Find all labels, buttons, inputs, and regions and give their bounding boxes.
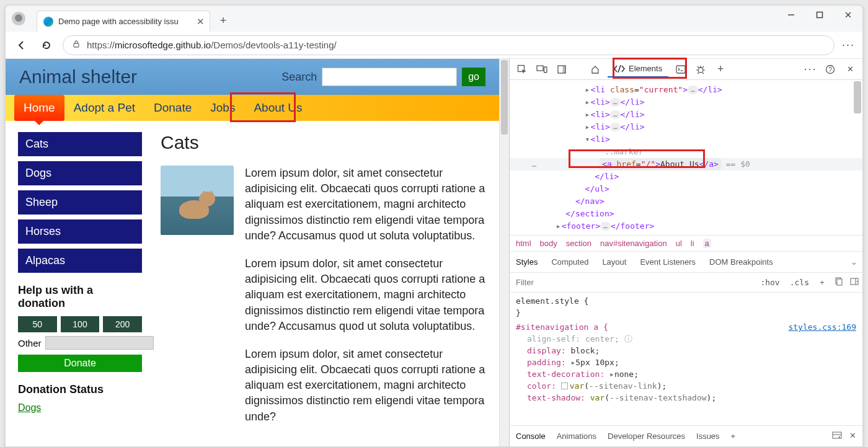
sidebar-item-cats[interactable]: Cats [18,132,142,156]
new-style-rule-icon[interactable]: + [814,278,830,287]
close-window-button[interactable] [834,6,862,24]
svg-rect-10 [676,66,685,73]
donation-heading: Help us with a donation [18,284,142,310]
drawer-expand-icon[interactable] [832,431,842,441]
drawer-animations[interactable]: Animations [557,432,596,441]
new-tab-button[interactable]: + [214,11,232,30]
cat-photo [161,166,234,235]
page-scrollbar[interactable] [499,59,509,446]
subtab-styles[interactable]: Styles [515,254,539,270]
donate-button[interactable]: Donate [18,355,142,372]
copy-icon[interactable] [830,277,846,288]
devtools-more-icon[interactable]: ··· [803,62,818,77]
address-bar: https://microsoftedge.github.io/Demos/de… [6,32,862,59]
browser-window: Demo page with accessibility issu ✕ + ht… [5,5,863,447]
other-label: Other [18,338,42,348]
elements-tab[interactable]: Elements [608,61,668,77]
profile-avatar[interactable] [12,12,25,25]
subtab-dom[interactable]: DOM Breakpoints [708,254,774,270]
dom-scrollbar[interactable] [854,81,861,234]
nav-adopt[interactable]: Adopt a Pet [64,95,144,121]
subtab-layout[interactable]: Layout [601,254,627,270]
paragraph-1: Lorem ipsum dolor, sit amet consectetur … [245,166,487,244]
main-nav: Home Adopt a Pet Donate Jobs About Us [6,95,499,121]
site-title: Animal shelter [19,66,137,87]
article-heading: Cats [161,132,487,153]
tab-title: Demo page with accessibility issu [58,17,192,26]
hov-toggle[interactable]: :hov [755,278,784,287]
chevron-down-icon[interactable]: ⌄ [851,257,857,267]
sources-bug-icon[interactable] [693,62,708,77]
sidebar-item-sheep[interactable]: Sheep [18,190,142,215]
svg-rect-15 [837,279,842,285]
url-box[interactable]: https://microsoftedge.github.io/Demos/de… [63,35,835,55]
cls-toggle[interactable]: .cls [785,278,814,287]
drawer-console[interactable]: Console [516,432,546,441]
device-icon[interactable] [534,62,549,77]
browser-tab[interactable]: Demo page with accessibility issu ✕ [37,11,210,32]
lock-icon [72,40,81,50]
refresh-button[interactable] [38,40,55,51]
nav-home[interactable]: Home [14,95,64,121]
search-input[interactable] [322,68,457,86]
search-go-button[interactable]: go [462,68,485,86]
svg-point-11 [698,68,703,73]
dom-breadcrumbs[interactable]: html body section nav#sitenavigation ul … [510,235,862,252]
site-header: Animal shelter Search go [6,59,499,95]
nav-about[interactable]: About Us [244,95,311,121]
devtools-drawer: Console Animations Developer Resources I… [510,425,862,446]
devtools-panel: Elements + ··· ? ✕ ▸<li class="current">… [509,59,862,446]
titlebar: Demo page with accessibility issu ✕ + [6,6,862,32]
browser-more-icon[interactable]: ··· [842,38,855,51]
dom-tree[interactable]: ▸<li class="current">…</li> ▸<li>…</li> … [510,80,862,235]
console-icon[interactable] [673,62,688,77]
dock-icon[interactable] [554,62,569,77]
donate-50[interactable]: 50 [18,316,57,332]
article: Cats Lorem ipsum dolor, sit amet consect… [161,132,487,437]
subtab-computed[interactable]: Computed [550,254,590,270]
sidebar-item-horses[interactable]: Horses [18,219,142,244]
svg-rect-1 [817,12,823,18]
maximize-button[interactable] [805,6,834,24]
devtools-toolbar: Elements + ··· ? ✕ [510,59,862,80]
more-tabs-icon[interactable]: + [713,62,728,77]
drawer-issues[interactable]: Issues [696,432,720,441]
styles-filter-row: :hov .cls + [510,273,862,293]
styles-pane[interactable]: element.style { } styles.css:169#sitenav… [510,293,862,425]
welcome-icon[interactable] [588,62,603,77]
dom-selected-node[interactable]: … <a href="/">About Us</a> == $0 [510,158,862,170]
panel-icon[interactable] [846,277,862,288]
drawer-more-icon[interactable]: + [731,432,736,441]
edge-favicon-icon [43,17,53,27]
styles-source-link[interactable]: styles.css:169 [788,321,856,333]
minimize-button[interactable] [777,6,805,24]
status-link-dogs[interactable]: Dogs [18,402,41,413]
search-label: Search [281,71,317,84]
inspect-icon[interactable] [515,62,529,77]
status-heading: Donation Status [18,383,142,396]
sidebar: Cats Dogs Sheep Horses Alpacas Help us w… [18,132,142,437]
other-amount-input[interactable] [45,336,154,350]
help-icon[interactable]: ? [823,62,838,77]
drawer-devres[interactable]: Developer Resources [608,432,685,441]
page-viewport: Animal shelter Search go Home Adopt a Pe… [6,59,509,446]
url-text: https://microsoftedge.github.io/Demos/de… [87,40,337,50]
nav-jobs[interactable]: Jobs [201,95,244,121]
nav-donate[interactable]: Donate [144,95,201,121]
styles-subtabs: Styles Computed Layout Event Listeners D… [510,252,862,273]
subtab-event[interactable]: Event Listeners [639,254,697,270]
paragraph-2: Lorem ipsum dolor, sit amet consectetur … [245,256,487,334]
svg-rect-9 [563,66,566,73]
sidebar-item-dogs[interactable]: Dogs [18,161,142,185]
sidebar-item-alpacas[interactable]: Alpacas [18,249,142,273]
drawer-close-icon[interactable]: ✕ [849,431,856,441]
donate-200[interactable]: 200 [103,316,142,332]
svg-rect-7 [544,67,547,73]
close-devtools-icon[interactable]: ✕ [843,62,857,77]
close-tab-icon[interactable]: ✕ [197,16,205,27]
paragraph-3: Lorem ipsum dolor, sit amet consectetur … [245,347,487,425]
svg-rect-6 [537,66,543,71]
back-button[interactable] [13,40,30,51]
styles-filter-input[interactable] [510,273,755,292]
donate-100[interactable]: 100 [61,316,100,332]
